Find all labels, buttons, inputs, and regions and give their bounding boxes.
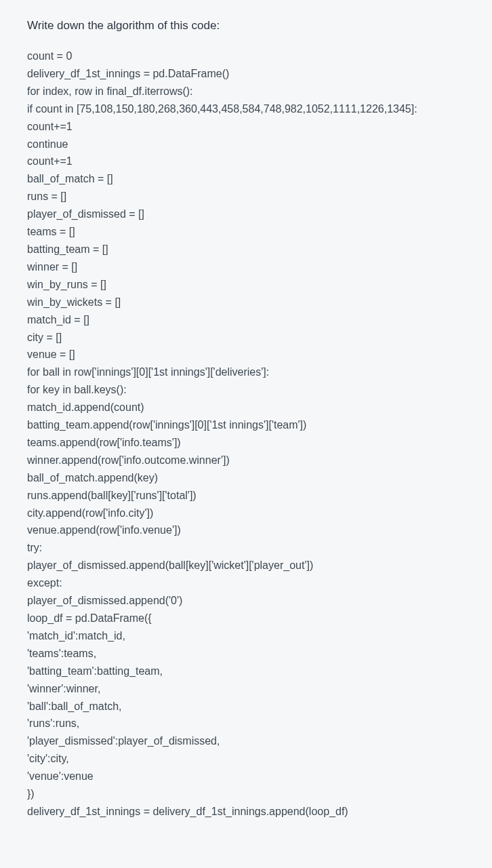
code-line: player_of_dismissed = [] bbox=[27, 205, 465, 223]
code-line: 'venue':venue bbox=[27, 768, 465, 785]
code-line: try: bbox=[27, 539, 465, 557]
code-line: player_of_dismissed.append('0') bbox=[27, 592, 465, 610]
code-line: 'winner':winner, bbox=[27, 680, 465, 698]
code-line: ball_of_match = [] bbox=[27, 170, 465, 188]
code-line: 'batting_team':batting_team, bbox=[27, 663, 465, 680]
code-line: teams.append(row['info.teams']) bbox=[27, 434, 465, 452]
code-line: for index, row in final_df.iterrows(): bbox=[27, 83, 465, 100]
code-line: 'teams':teams, bbox=[27, 645, 465, 663]
code-line: runs = [] bbox=[27, 188, 465, 205]
code-line: batting_team.append(row['innings'][0]['1… bbox=[27, 416, 465, 434]
code-line: except: bbox=[27, 574, 465, 592]
code-line: 'match_id':match_id, bbox=[27, 627, 465, 645]
code-line: for ball in row['innings'][0]['1st innin… bbox=[27, 363, 465, 381]
code-line: runs.append(ball[key]['runs']['total']) bbox=[27, 487, 465, 505]
code-line: win_by_runs = [] bbox=[27, 276, 465, 294]
code-line: }) bbox=[27, 785, 465, 803]
code-line: 'ball':ball_of_match, bbox=[27, 698, 465, 715]
code-line: batting_team = [] bbox=[27, 241, 465, 258]
code-line: win_by_wickets = [] bbox=[27, 294, 465, 311]
code-block: count = 0delivery_df_1st_innings = pd.Da… bbox=[27, 47, 465, 821]
prompt-heading: Write down the algorithm of this code: bbox=[27, 19, 465, 33]
code-line: player_of_dismissed.append(ball[key]['wi… bbox=[27, 557, 465, 574]
code-line: count+=1 bbox=[27, 118, 465, 136]
code-line: 'runs':runs, bbox=[27, 715, 465, 732]
code-line: teams = [] bbox=[27, 223, 465, 241]
code-line: if count in [75,108,150,180,268,360,443,… bbox=[27, 100, 465, 118]
code-line: city = [] bbox=[27, 329, 465, 347]
code-line: winner.append(row['info.outcome.winner']… bbox=[27, 452, 465, 469]
code-line: count+=1 bbox=[27, 153, 465, 170]
code-line: ball_of_match.append(key) bbox=[27, 469, 465, 487]
code-line: loop_df = pd.DataFrame({ bbox=[27, 610, 465, 627]
code-line: 'player_dismissed':player_of_dismissed, bbox=[27, 732, 465, 750]
code-line: match_id.append(count) bbox=[27, 399, 465, 416]
code-line: delivery_df_1st_innings = delivery_df_1s… bbox=[27, 803, 465, 821]
code-line: delivery_df_1st_innings = pd.DataFrame() bbox=[27, 65, 465, 83]
code-line: for key in ball.keys(): bbox=[27, 381, 465, 399]
code-line: venue.append(row['info.venue']) bbox=[27, 521, 465, 539]
code-line: winner = [] bbox=[27, 258, 465, 276]
code-line: city.append(row['info.city']) bbox=[27, 505, 465, 522]
code-line: continue bbox=[27, 136, 465, 153]
code-line: venue = [] bbox=[27, 346, 465, 363]
code-line: 'city':city, bbox=[27, 750, 465, 768]
code-line: match_id = [] bbox=[27, 311, 465, 329]
code-line: count = 0 bbox=[27, 47, 465, 65]
